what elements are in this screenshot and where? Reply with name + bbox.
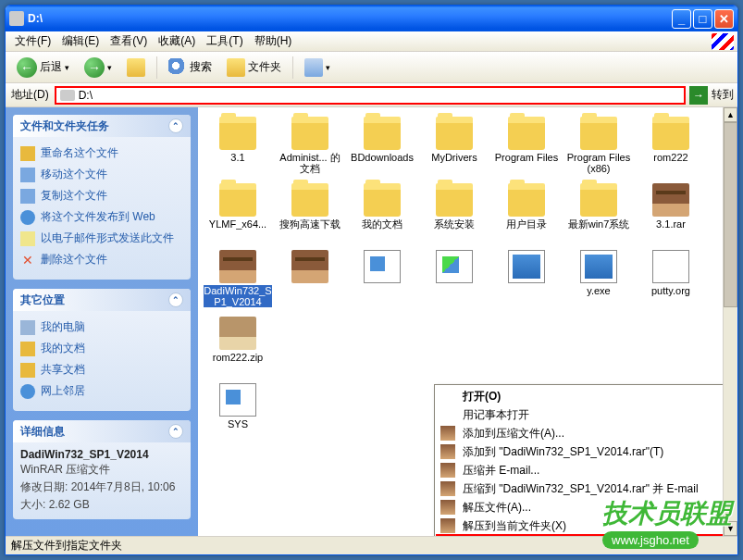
places-header[interactable]: 其它位置 ⌃ — [13, 289, 191, 311]
file-item[interactable]: 最新win7系统 — [563, 181, 635, 248]
task-email[interactable]: 以电子邮件形式发送此文件 — [20, 228, 183, 249]
menu-view[interactable]: 查看(V) — [105, 31, 153, 51]
file-item[interactable]: Program Files (x86) — [563, 115, 635, 181]
exe-icon — [580, 250, 617, 283]
file-label: SYS — [228, 418, 248, 429]
file-item[interactable]: 3.1.rar — [635, 181, 707, 248]
back-button[interactable]: ← 后退 ▾ — [11, 54, 75, 81]
file-item[interactable]: MyDrivers — [418, 115, 490, 181]
go-label[interactable]: 转到 — [712, 87, 734, 103]
separator — [292, 56, 293, 79]
file-item[interactable]: putty.org — [635, 248, 707, 315]
file-label: 最新win7系统 — [568, 218, 630, 230]
file-item[interactable]: BDdownloads — [346, 115, 418, 181]
ctx-notepad[interactable]: 用记事本打开 — [437, 405, 737, 424]
forward-button[interactable]: → ▾ — [79, 54, 118, 81]
menu-tools[interactable]: 工具(T) — [201, 31, 248, 51]
details-title: 详细信息 — [20, 424, 65, 440]
file-label: rom222.zip — [213, 352, 263, 363]
menu-help[interactable]: 帮助(H) — [249, 31, 298, 51]
folders-label: 文件夹 — [248, 59, 281, 75]
details-type: WinRAR 压缩文件 — [20, 461, 183, 479]
place-network[interactable]: 网上邻居 — [20, 380, 183, 402]
vertical-scrollbar[interactable]: ▲ ▼ — [723, 107, 737, 536]
go-button[interactable]: → — [689, 86, 708, 105]
task-delete[interactable]: ✕删除这个文件 — [20, 249, 183, 270]
txt-icon — [652, 250, 689, 283]
file-item[interactable]: SYS — [202, 381, 274, 448]
minimize-button[interactable]: _ — [672, 9, 691, 29]
reg-icon — [436, 250, 473, 283]
titlebar[interactable]: D:\ _ □ ✕ — [6, 6, 737, 31]
rar-icon — [440, 463, 455, 478]
file-label: 系统安装 — [434, 218, 475, 230]
maximize-button[interactable]: □ — [693, 9, 712, 29]
file-label: 搜狗高速下载 — [279, 218, 341, 230]
file-item[interactable]: 系统安装 — [418, 181, 490, 248]
file-item[interactable]: Administ... 的文档 — [274, 115, 346, 181]
menu-file[interactable]: 文件(F) — [9, 31, 56, 51]
bat-icon — [219, 383, 256, 417]
network-icon — [20, 384, 35, 399]
place-shared[interactable]: 共享文档 — [20, 359, 183, 380]
file-item[interactable] — [274, 248, 346, 315]
file-item[interactable]: rom222 — [635, 115, 707, 181]
ctx-compress-email[interactable]: 压缩并 E-mail... — [437, 461, 737, 479]
publish-icon — [20, 210, 35, 225]
address-input[interactable]: D:\ — [55, 86, 686, 105]
close-button[interactable]: ✕ — [714, 9, 734, 29]
place-mycomputer[interactable]: 我的电脑 — [20, 317, 183, 338]
email-icon — [20, 231, 35, 246]
scroll-thumb[interactable] — [724, 122, 737, 307]
file-label: Program Files — [495, 152, 558, 163]
folders-button[interactable]: 文件夹 — [221, 55, 287, 81]
tasks-header[interactable]: 文件和文件夹任务 ⌃ — [13, 115, 191, 137]
file-item[interactable]: 搜狗高速下载 — [274, 181, 346, 248]
task-copy[interactable]: 复制这个文件 — [20, 185, 183, 206]
places-panel: 其它位置 ⌃ 我的电脑 我的文档 共享文档 网上邻居 — [13, 289, 191, 411]
ctx-add-archive[interactable]: 添加到压缩文件(A)... — [437, 424, 737, 442]
ctx-compress-to-email[interactable]: 压缩到 "DadiWin732_SP1_V2014.rar" 并 E-mail — [437, 479, 737, 498]
details-panel: 详细信息 ⌃ DadiWin732_SP1_V2014 WinRAR 压缩文件 … — [13, 420, 191, 519]
up-button[interactable] — [121, 55, 151, 81]
exe-icon — [508, 250, 545, 283]
file-item[interactable]: YLMF_x64... — [202, 181, 274, 248]
file-item[interactable]: DadiWin732_SP1_V2014 — [202, 248, 274, 315]
file-item[interactable]: rom222.zip — [202, 315, 274, 381]
addressbar: 地址(D) D:\ → 转到 — [6, 83, 737, 107]
task-move[interactable]: 移动这个文件 — [20, 164, 183, 185]
file-item[interactable] — [346, 248, 418, 315]
scroll-up-icon[interactable]: ▲ — [724, 107, 737, 122]
watermark: 技术员联盟 www.jsgho.net — [602, 496, 732, 549]
task-rename[interactable]: 重命名这个文件 — [20, 143, 183, 164]
details-header[interactable]: 详细信息 ⌃ — [13, 420, 191, 442]
separator — [156, 56, 157, 79]
dropdown-icon: ▾ — [65, 63, 69, 72]
file-label: putty.org — [651, 285, 690, 296]
toolbar: ← 后退 ▾ → ▾ 搜索 文件夹 ▾ — [6, 52, 737, 83]
dropdown-icon: ▾ — [107, 63, 112, 72]
tasks-title: 文件和文件夹任务 — [20, 118, 109, 134]
task-publish[interactable]: 将这个文件发布到 Web — [20, 206, 183, 228]
shared-icon — [20, 363, 35, 378]
address-value: D:\ — [79, 89, 93, 102]
search-button[interactable]: 搜索 — [163, 55, 217, 81]
forward-arrow-icon: → — [84, 57, 105, 78]
file-item[interactable]: 我的文档 — [346, 181, 418, 248]
file-item[interactable]: 用户目录 — [490, 181, 563, 248]
menu-favorites[interactable]: 收藏(A) — [153, 31, 201, 51]
ctx-add-to[interactable]: 添加到 "DadiWin732_SP1_V2014.rar"(T) — [437, 442, 737, 461]
details-name: DadiWin732_SP1_V2014 — [20, 448, 183, 461]
content-area[interactable]: 3.1Administ... 的文档BDdownloadsMyDriversPr… — [198, 107, 737, 536]
file-item[interactable]: Program Files — [490, 115, 563, 181]
status-text: 解压文件到指定文件夹 — [11, 538, 122, 554]
file-item[interactable] — [418, 248, 490, 315]
views-button[interactable]: ▾ — [299, 55, 336, 81]
menu-edit[interactable]: 编辑(E) — [56, 31, 105, 51]
ctx-open[interactable]: 打开(O) — [437, 387, 737, 405]
views-icon — [304, 58, 323, 77]
place-mydocuments[interactable]: 我的文档 — [20, 338, 183, 359]
file-item[interactable]: 3.1 — [202, 115, 274, 181]
file-item[interactable] — [490, 248, 563, 315]
file-item[interactable]: y.exe — [563, 248, 635, 315]
